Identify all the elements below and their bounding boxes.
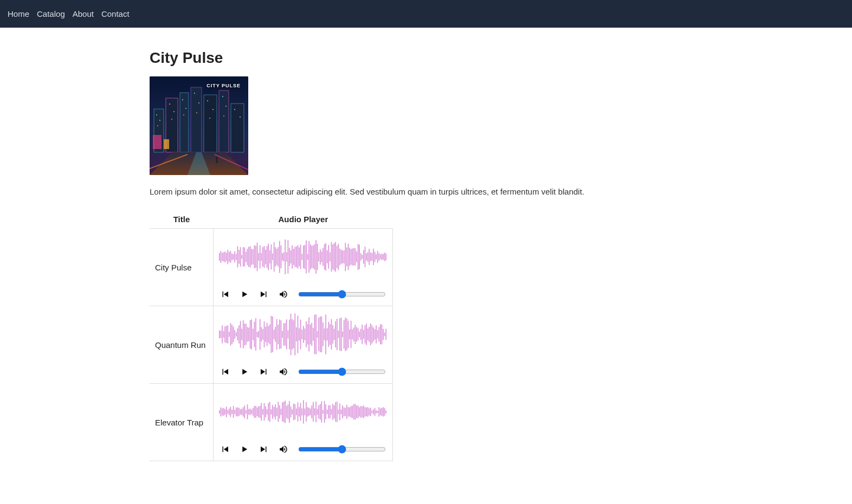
svg-rect-49: [237, 247, 238, 268]
page-title: City Pulse: [150, 49, 702, 67]
svg-rect-94: [300, 245, 301, 269]
svg-rect-159: [219, 331, 220, 339]
svg-rect-228: [316, 314, 317, 354]
waveform[interactable]: [219, 311, 387, 358]
play-icon[interactable]: [240, 367, 249, 377]
svg-rect-172: [237, 328, 238, 340]
svg-rect-231: [320, 316, 321, 352]
next-icon[interactable]: [259, 444, 269, 454]
svg-rect-206: [285, 323, 286, 346]
svg-rect-262: [363, 330, 364, 339]
svg-rect-308: [256, 406, 257, 418]
svg-rect-72: [269, 250, 270, 264]
svg-rect-371: [344, 408, 345, 417]
svg-rect-29: [164, 139, 169, 149]
svg-rect-117: [333, 244, 334, 269]
svg-rect-381: [358, 405, 359, 418]
nav-catalog[interactable]: Catalog: [37, 9, 65, 18]
svg-rect-19: [225, 106, 227, 107]
previous-icon[interactable]: [220, 289, 230, 299]
next-icon[interactable]: [259, 289, 269, 299]
svg-rect-393: [375, 408, 376, 416]
svg-rect-16: [207, 100, 208, 101]
volume-slider[interactable]: [298, 445, 386, 454]
waveform[interactable]: [219, 233, 387, 281]
svg-rect-160: [221, 331, 222, 338]
svg-rect-201: [278, 325, 279, 344]
svg-rect-309: [257, 408, 258, 416]
play-icon[interactable]: [240, 289, 249, 299]
svg-rect-208: [288, 331, 289, 339]
svg-rect-187: [259, 331, 260, 338]
svg-rect-18: [222, 96, 223, 97]
svg-rect-343: [305, 409, 306, 416]
svg-rect-21: [240, 117, 241, 118]
svg-rect-224: [310, 325, 311, 345]
svg-rect-174: [240, 321, 241, 348]
svg-rect-402: [383, 412, 383, 412]
svg-rect-37: [221, 251, 222, 263]
volume-slider[interactable]: [298, 290, 386, 299]
svg-rect-256: [355, 325, 356, 344]
audio-player-cell: [214, 229, 393, 306]
svg-rect-113: [327, 250, 328, 263]
svg-rect-274: [380, 324, 381, 344]
svg-rect-392: [373, 409, 375, 415]
svg-rect-230: [319, 318, 320, 351]
svg-rect-240: [333, 325, 334, 344]
svg-rect-68: [264, 246, 265, 268]
svg-rect-333: [291, 406, 292, 417]
svg-rect-404: [386, 412, 386, 412]
svg-rect-348: [312, 405, 313, 418]
player-controls: [219, 444, 387, 456]
svg-rect-212: [293, 320, 294, 348]
svg-rect-263: [365, 325, 366, 343]
svg-rect-44: [230, 251, 231, 263]
svg-rect-325: [279, 405, 280, 418]
svg-rect-257: [357, 327, 358, 342]
svg-rect-137: [360, 253, 362, 261]
svg-rect-349: [313, 402, 314, 422]
svg-rect-89: [293, 249, 294, 265]
svg-rect-214: [296, 327, 297, 341]
nav-contact[interactable]: Contact: [101, 9, 130, 18]
svg-rect-56: [247, 249, 248, 265]
svg-rect-77: [276, 249, 277, 265]
svg-rect-254: [352, 329, 353, 340]
svg-rect-305: [251, 410, 253, 414]
svg-rect-125: [344, 250, 345, 264]
volume-icon[interactable]: [279, 367, 288, 377]
nav-home[interactable]: Home: [8, 9, 29, 18]
svg-rect-51: [240, 247, 241, 267]
svg-rect-205: [283, 323, 285, 345]
svg-rect-119: [335, 242, 337, 272]
svg-rect-133: [355, 248, 356, 265]
svg-rect-23: [171, 119, 172, 120]
svg-rect-287: [226, 406, 227, 417]
previous-icon[interactable]: [220, 367, 230, 377]
volume-icon[interactable]: [279, 289, 288, 299]
svg-rect-336: [295, 404, 296, 419]
svg-rect-270: [375, 329, 376, 339]
play-icon[interactable]: [240, 444, 249, 454]
svg-rect-367: [338, 410, 339, 414]
svg-rect-368: [340, 403, 341, 420]
svg-rect-369: [341, 410, 342, 415]
svg-rect-12: [182, 99, 183, 100]
svg-rect-165: [228, 325, 229, 344]
svg-rect-45: [232, 254, 233, 261]
next-icon[interactable]: [259, 367, 269, 377]
svg-rect-261: [362, 325, 363, 344]
waveform[interactable]: [219, 388, 387, 436]
svg-rect-82: [283, 253, 285, 262]
svg-rect-241: [334, 329, 335, 340]
svg-rect-86: [289, 248, 291, 266]
svg-rect-232: [321, 316, 322, 352]
svg-rect-344: [306, 402, 307, 422]
svg-rect-296: [239, 408, 240, 416]
volume-icon[interactable]: [279, 444, 288, 454]
svg-rect-251: [348, 321, 349, 348]
volume-slider[interactable]: [298, 367, 386, 376]
previous-icon[interactable]: [220, 444, 230, 454]
nav-about[interactable]: About: [73, 9, 94, 18]
